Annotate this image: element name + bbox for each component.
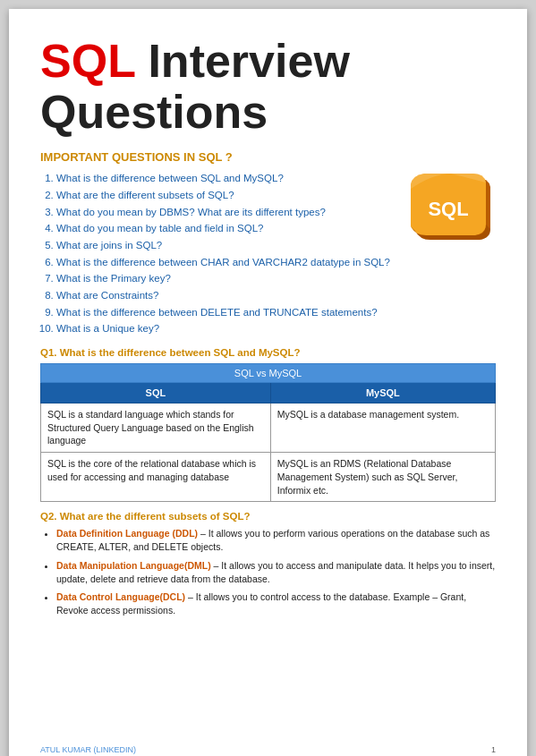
q2-list-item-2: Data Manipulation Language(DML) – It all… — [56, 559, 496, 586]
list-item: What is the difference between SQL and M… — [56, 171, 397, 186]
table-title: SQL vs MySQL — [41, 364, 496, 383]
q1-heading: Q1. What is the difference between SQL a… — [40, 347, 496, 358]
table-cell: MySQL is an RDMS (Relational Database Ma… — [270, 453, 495, 502]
list-item: What is the difference between CHAR and … — [56, 255, 397, 270]
q2-item2-bold: Data Manipulation Language(DML) — [56, 560, 211, 571]
list-item: What are the different subsets of SQL? — [56, 188, 397, 203]
page: SQL Interview Questions IMPORTANT QUESTI… — [9, 9, 527, 756]
title-line1-rest: Interview — [135, 35, 350, 87]
title-line1: SQL Interview — [40, 36, 496, 87]
q2-list-item-3: Data Control Language(DCL) – It allows y… — [56, 590, 496, 617]
table-cell: MySQL is a database management system. — [270, 403, 495, 453]
list-item: What is a Unique key? — [56, 321, 397, 336]
table-cell: SQL is the core of the relational databa… — [41, 453, 271, 502]
footer-author: ATUL KUMAR (LINKEDIN) — [40, 745, 136, 754]
sql-logo: SQL — [397, 171, 496, 251]
q2-item1-bold: Data Definition Language (DDL) — [56, 528, 198, 539]
sql-mysql-table: SQL vs MySQL SQL MySQL SQL is a standard… — [40, 363, 496, 502]
list-item: What is the difference between DELETE an… — [56, 305, 397, 320]
table-header-row: SQL MySQL — [41, 383, 496, 403]
col1-header: SQL — [41, 383, 271, 403]
q2-item3-bold: Data Control Language(DCL) — [56, 591, 185, 602]
title-block: SQL Interview Questions — [40, 36, 496, 138]
list-item: What do you mean by table and field in S… — [56, 221, 397, 236]
list-item: What are joins in SQL? — [56, 238, 397, 253]
title-line2: Questions — [40, 87, 496, 138]
q2-heading: Q2. What are the different subsets of SQ… — [40, 511, 496, 522]
question-list: What is the difference between SQL and M… — [40, 171, 397, 338]
footer-page: 1 — [491, 745, 496, 754]
q2-list: Data Definition Language (DDL) – It allo… — [40, 527, 496, 617]
table-cell: SQL is a standard language which stands … — [41, 403, 271, 453]
top-section: What is the difference between SQL and M… — [40, 171, 496, 338]
footer: ATUL KUMAR (LINKEDIN) 1 — [40, 745, 496, 754]
col2-header: MySQL — [270, 383, 495, 403]
table-row-1: SQL is a standard language which stands … — [41, 403, 496, 453]
svg-text:SQL: SQL — [428, 198, 468, 220]
section-heading: IMPORTANT QUESTIONS IN SQL ? — [40, 150, 496, 164]
table-title-row: SQL vs MySQL — [41, 364, 496, 383]
table-row-2: SQL is the core of the relational databa… — [41, 453, 496, 502]
sql-red-text: SQL — [40, 35, 135, 87]
list-item: What is the Primary key? — [56, 271, 397, 286]
list-item: What are Constraints? — [56, 288, 397, 303]
list-item: What do you mean by DBMS? What are its d… — [56, 205, 397, 220]
q2-list-item-1: Data Definition Language (DDL) – It allo… — [56, 527, 496, 554]
